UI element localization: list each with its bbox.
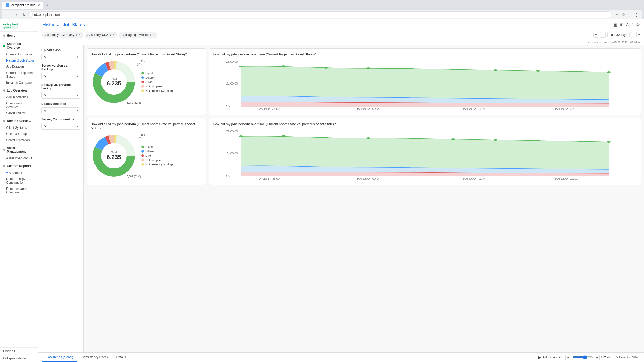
- svg-point-16: [536, 70, 540, 72]
- tab-assembly-usa[interactable]: Assembly USA ℹ ×: [85, 32, 117, 38]
- sidebar-sub-asset-inventory[interactable]: Asset Inventory V1: [0, 155, 38, 161]
- shopfloor-section: Shopfloor Overview Current Job Status Hi…: [0, 40, 38, 86]
- tab-label-germany: Assembly - Germany: [45, 33, 74, 37]
- sidebar-sub-component-status[interactable]: Current Component Status: [0, 70, 38, 80]
- tab-label-usa: Assembly USA: [87, 33, 108, 37]
- filter-label-server-backup: Server version vs. Backup: [41, 64, 80, 71]
- back-button[interactable]: ←: [4, 12, 11, 17]
- donut-legend-bottom: Equal Different Error: [141, 145, 173, 166]
- sidebar-item-custom-reports[interactable]: Custom Reports: [0, 162, 38, 170]
- extension-icon[interactable]: □: [627, 12, 632, 18]
- sidebar-item-home[interactable]: Home: [0, 32, 38, 39]
- tab-dropdown-button[interactable]: ▾: [593, 32, 598, 38]
- annotation-155: 155: [141, 60, 145, 63]
- browser-tabs: octoplant pro hub × +: [2, 2, 642, 9]
- translate-icon[interactable]: A: [626, 22, 629, 27]
- tab-packaging-mexico[interactable]: Packaging - Mexico ℹ ×: [119, 32, 157, 38]
- svg-point-38: [451, 138, 455, 140]
- svg-point-39: [493, 139, 497, 141]
- sidebar-sub-job-duration[interactable]: Job Duration: [0, 64, 38, 70]
- forward-button[interactable]: →: [12, 12, 19, 17]
- date-expand-button[interactable]: ▾: [638, 33, 640, 37]
- sidebar-sub-add-report[interactable]: + Add report: [0, 170, 38, 176]
- legend-b-equal: Equal: [141, 145, 173, 148]
- sidebar-sub-client-systems[interactable]: Client Systems: [0, 125, 38, 131]
- browser-chrome: octoplant pro hub × + ← → ↻ ↗ ☆ □ ⋮: [0, 0, 644, 19]
- collapse-sidebar-button[interactable]: Collapse sidebar: [0, 355, 38, 362]
- filter-select-server[interactable]: All: [41, 73, 80, 79]
- sidebar-item-asset[interactable]: Asset Management: [0, 144, 38, 155]
- legend-different: Different: [141, 76, 173, 79]
- sidebar-sub-component-activities[interactable]: Component Activities: [0, 100, 38, 110]
- settings-icon[interactable]: ⋮: [633, 12, 640, 18]
- svg-text:0: 0: [225, 175, 230, 178]
- grid-icon[interactable]: ⊞: [620, 22, 623, 27]
- donut-container-bottom: Total 6,235 155 (2%) 295 (5%) 667 (11%) …: [91, 132, 202, 179]
- zoom-in-button[interactable]: +: [594, 355, 600, 360]
- sidebar-item-log[interactable]: Log Overview: [0, 87, 38, 94]
- sidebar-sub-server-utilization[interactable]: Server Utilization: [0, 137, 38, 143]
- svg-text:May 14: May 14: [463, 108, 486, 110]
- sidebar-sub-server-events[interactable]: Server Events: [0, 110, 38, 116]
- main-area: Historical Job Status ▣ ⊞ A ? ⚙ Assembly…: [38, 19, 644, 362]
- zoom-out-button[interactable]: −: [565, 355, 571, 360]
- chart-row-2: How did all of my jobs perform (Current …: [87, 118, 641, 185]
- reset-zoom-button[interactable]: ↻ Reset to 100%: [613, 355, 640, 360]
- chart-title-top-left: How did all of my jobs perform (Current …: [91, 52, 202, 56]
- date-add-button[interactable]: +: [631, 32, 637, 38]
- sidebar-sub-users-groups[interactable]: Users & Groups: [0, 131, 38, 137]
- close-usa-tab[interactable]: ×: [112, 33, 114, 37]
- charts-area: How did all of my jobs perform (Current …: [84, 45, 644, 352]
- svg-text:May 07: May 07: [357, 108, 380, 110]
- settings-gear-icon[interactable]: ⚙: [636, 22, 640, 27]
- sidebar-sub-demo-energy[interactable]: Demo Energy Consumption: [0, 176, 38, 186]
- bottom-tab-bar: Job Trends (global) Consistency Check De…: [38, 352, 644, 362]
- sidebar-sub-demo-instance[interactable]: Demo Instance Compare: [0, 186, 38, 195]
- annotation-5089: 5,089 (82%): [127, 101, 141, 104]
- svg-point-36: [366, 137, 370, 139]
- address-bar[interactable]: [28, 11, 612, 18]
- tab-assembly-germany[interactable]: Assembly - Germany ℹ ×: [42, 32, 83, 38]
- active-tab[interactable]: octoplant pro hub ×: [2, 2, 43, 9]
- filter-select-path[interactable]: All: [41, 123, 80, 130]
- logo-text-main: octoplant: [3, 22, 18, 26]
- tab-title: octoplant pro hub: [11, 3, 35, 7]
- share-icon[interactable]: ↗: [613, 12, 619, 18]
- legend-b-not-compared: Not compared: [141, 159, 173, 162]
- help-icon[interactable]: ?: [631, 22, 634, 27]
- close-all-button[interactable]: Close all: [0, 348, 38, 355]
- data-notice: Last data processing 05/25/2023 - 01:02 …: [38, 40, 644, 45]
- svg-point-11: [324, 67, 328, 69]
- new-tab-button[interactable]: +: [44, 2, 50, 9]
- donut-container-top: Total 6,235 155 (2%) 295 (5%) 667 (11%) …: [91, 59, 202, 105]
- legend-dot-b-error: [141, 154, 144, 157]
- zoom-value: 132 %: [601, 356, 611, 359]
- legend-dot-b-not-compared: [141, 159, 144, 161]
- bottom-tab-job-trends[interactable]: Job Trends (global): [42, 353, 77, 362]
- bottom-tab-details[interactable]: Details: [112, 353, 130, 362]
- filter-select-backup[interactable]: All: [41, 92, 80, 99]
- refresh-button[interactable]: ↻: [21, 12, 27, 17]
- close-germany-tab[interactable]: ×: [78, 33, 80, 37]
- sidebar-item-shopfloor[interactable]: Shopfloor Overview: [0, 40, 38, 51]
- legend-label-b-different: Different: [145, 150, 156, 153]
- date-minus-button[interactable]: −: [600, 32, 606, 38]
- bookmark-icon[interactable]: ☆: [620, 12, 626, 18]
- filter-select-upload[interactable]: All: [41, 54, 80, 60]
- zoom-slider[interactable]: [572, 355, 593, 359]
- reports-dot: [3, 165, 5, 167]
- sidebar-sub-current-job[interactable]: Current Job Status: [0, 51, 38, 57]
- bottom-tab-consistency[interactable]: Consistency Check: [77, 353, 112, 362]
- sidebar-sub-historical-job[interactable]: Historical Job Status: [0, 57, 38, 64]
- sidebar-footer: Close all Collapse sidebar: [0, 347, 38, 362]
- filter-select-deactivated[interactable]: All: [41, 107, 80, 114]
- auto-zoom-label: ▶ Auto Zoom: On: [538, 355, 563, 359]
- sidebar-item-admin[interactable]: Admin Overview: [0, 117, 38, 125]
- monitor-icon[interactable]: ▣: [613, 22, 617, 27]
- close-tab-btn[interactable]: ×: [38, 3, 40, 7]
- sidebar-sub-instance-compare[interactable]: Instance Compare: [0, 80, 38, 86]
- asset-section: Asset Management Asset Inventory V1: [0, 144, 38, 162]
- close-mexico-tab[interactable]: ×: [153, 33, 155, 37]
- chart-card-top-right: How did my jobs perform over time (Curre…: [209, 48, 641, 115]
- sidebar-sub-admin-activities[interactable]: Admin Activities: [0, 94, 38, 100]
